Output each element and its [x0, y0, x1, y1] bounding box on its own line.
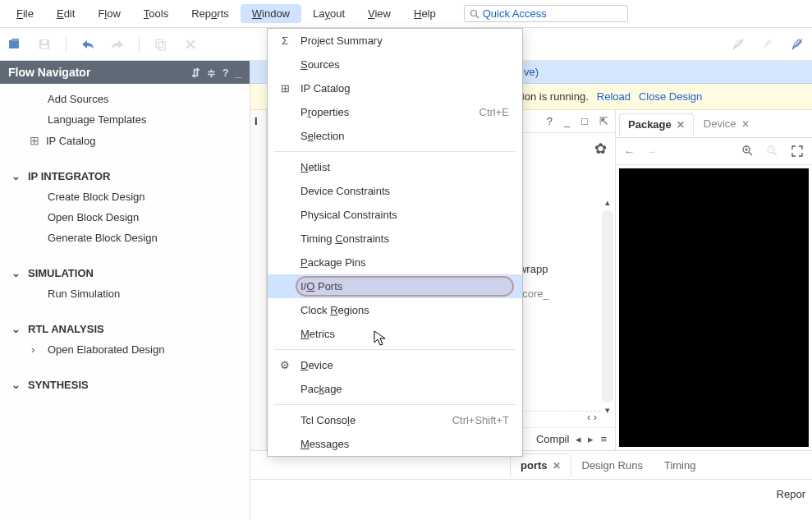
reload-link[interactable]: Reload [597, 90, 631, 103]
menu-file[interactable]: File [5, 4, 45, 23]
minimize-icon[interactable]: _ [564, 115, 570, 127]
menu-item-label: I/O Ports [296, 280, 509, 292]
menu-item-package-pins[interactable]: Package Pins [268, 251, 522, 274]
new-icon[interactable] [7, 36, 23, 53]
menu-window[interactable]: Window [241, 4, 301, 23]
vertical-scrollbar[interactable]: ▴ ▾ [602, 210, 613, 403]
menu-item-netlist[interactable]: Netlist [268, 155, 522, 179]
nav-section-ip-integrator[interactable]: ⌄IP INTEGRATOR [0, 166, 250, 186]
window-menu-dropdown: ΣProject SummarySources⊞IP CatalogProper… [267, 28, 523, 457]
close-icon[interactable]: ✕ [553, 460, 561, 472]
tab-timing[interactable]: Timing [654, 453, 707, 477]
menu-item-physical-constraints[interactable]: Physical Constraints [268, 203, 522, 227]
nav-language-templates[interactable]: Language Templates [0, 109, 250, 130]
help-icon[interactable]: ? [547, 115, 553, 127]
tab-right-icon[interactable]: ▸ [588, 433, 594, 445]
menu-item-tcl-console[interactable]: Tcl ConsoleCtrl+Shift+T [268, 408, 522, 432]
copy-icon[interactable] [153, 36, 169, 53]
menu-view[interactable]: View [356, 4, 402, 23]
menu-flow[interactable]: Flow [86, 4, 131, 23]
menubar: File Edit Flow Tools Reports Window Layo… [0, 0, 812, 28]
menu-item-icon: ⚙ [274, 359, 296, 371]
report-label-fragment: Repor [777, 488, 805, 500]
nav-open-block-design[interactable]: Open Block Design [0, 207, 250, 228]
close-design-link[interactable]: Close Design [639, 90, 702, 103]
menu-item-metrics[interactable]: Metrics [268, 322, 522, 346]
nav-add-sources[interactable]: Add Sources [0, 89, 250, 109]
collapse-icon[interactable]: ⇵ [191, 67, 200, 79]
maximize-icon[interactable]: □ [581, 115, 588, 127]
bottom-panel: ports✕ Design Runs Timing Repor [250, 450, 812, 520]
nav-fwd-icon[interactable]: → [646, 145, 657, 158]
menu-item-label: Clock Regions [296, 304, 509, 316]
menu-edit[interactable]: Edit [45, 4, 86, 23]
tab-device[interactable]: Device✕ [695, 113, 758, 134]
menu-separator [274, 349, 516, 350]
menu-reports[interactable]: Reports [180, 4, 241, 23]
menu-item-selection[interactable]: Selection [268, 124, 522, 148]
quick-access-input[interactable] [483, 7, 622, 20]
expand-icon[interactable]: ≑ [207, 67, 216, 79]
unhighlight-icon[interactable] [789, 36, 805, 53]
menu-item-label: Metrics [296, 328, 509, 340]
menu-item-properties[interactable]: PropertiesCtrl+E [268, 100, 522, 124]
nav-section-synthesis[interactable]: ⌄SYNTHESIS [0, 375, 250, 395]
zoom-fit-icon[interactable] [791, 145, 804, 158]
vertical-strip-left: I [250, 110, 267, 450]
nav-section-simulation[interactable]: ⌄SIMULATION [0, 263, 250, 283]
tab-left-icon[interactable]: ◂ [576, 433, 581, 445]
menu-layout[interactable]: Layout [301, 4, 356, 23]
package-canvas[interactable] [619, 168, 809, 447]
svg-rect-2 [9, 40, 19, 48]
popout-icon[interactable]: ⇱ [599, 115, 608, 127]
menu-item-messages[interactable]: Messages [268, 432, 522, 456]
close-icon[interactable]: ✕ [677, 119, 685, 131]
menu-item-device[interactable]: ⚙Device [268, 353, 522, 377]
minimize-icon[interactable]: _ [236, 67, 241, 79]
delete-icon[interactable] [182, 36, 199, 53]
menu-item-icon: ⊞ [274, 82, 296, 94]
nav-back-icon[interactable]: ← [624, 145, 635, 158]
menu-item-label: Package [296, 383, 509, 395]
svg-rect-6 [156, 39, 163, 48]
scroll-up-icon[interactable]: ▴ [602, 197, 613, 208]
zoom-in-icon[interactable] [741, 145, 755, 158]
menu-item-project-summary[interactable]: ΣProject Summary [268, 29, 522, 53]
svg-point-0 [470, 10, 476, 16]
nav-ip-catalog[interactable]: ⊞IP Catalog [0, 130, 250, 151]
menu-item-clock-regions[interactable]: Clock Regions [268, 298, 522, 322]
menu-item-i-o-ports[interactable]: I/O Ports [268, 274, 522, 298]
scroll-down-icon[interactable]: ▾ [602, 405, 613, 416]
nav-run-simulation[interactable]: Run Simulation [0, 283, 250, 304]
chevron-down-icon: ⌄ [11, 267, 21, 279]
highlight-off-icon[interactable] [730, 36, 746, 53]
tab-menu-icon[interactable]: ≡ [600, 433, 607, 445]
svg-rect-4 [41, 45, 48, 48]
compile-tab-fragment[interactable]: Compil [536, 433, 569, 445]
nav-section-rtl[interactable]: ⌄RTL ANALYSIS [0, 319, 250, 339]
quick-access-wrap[interactable] [464, 5, 628, 22]
undo-icon[interactable] [80, 36, 96, 53]
menu-item-ip-catalog[interactable]: ⊞IP Catalog [268, 76, 522, 100]
highlight-icon[interactable] [759, 36, 776, 53]
nav-generate-block-design[interactable]: Generate Block Design [0, 228, 250, 248]
toolbar-sep [139, 36, 140, 53]
nav-open-elaborated-design[interactable]: ›Open Elaborated Design [0, 339, 250, 360]
redo-icon[interactable] [109, 36, 126, 53]
save-icon[interactable] [36, 36, 53, 53]
close-icon[interactable]: ✕ [741, 118, 750, 130]
menu-help[interactable]: Help [402, 4, 447, 23]
menu-item-sources[interactable]: Sources [268, 53, 522, 76]
menu-item-device-constraints[interactable]: Device Constraints [268, 179, 522, 203]
nav-create-block-design[interactable]: Create Block Design [0, 186, 250, 207]
tab-design-runs[interactable]: Design Runs [571, 453, 654, 477]
tab-package[interactable]: Package✕ [619, 113, 694, 136]
zoom-out-icon[interactable] [766, 145, 779, 158]
menu-tools[interactable]: Tools [132, 4, 180, 23]
menu-item-package[interactable]: Package [268, 377, 522, 401]
help-icon[interactable]: ? [222, 67, 229, 79]
menu-item-shortcut: Ctrl+Shift+T [452, 414, 516, 426]
menu-item-timing-constraints[interactable]: Timing Constraints [268, 227, 522, 251]
menu-item-label: Tcl Console [296, 414, 452, 426]
gear-icon[interactable]: ✿ [594, 140, 607, 158]
